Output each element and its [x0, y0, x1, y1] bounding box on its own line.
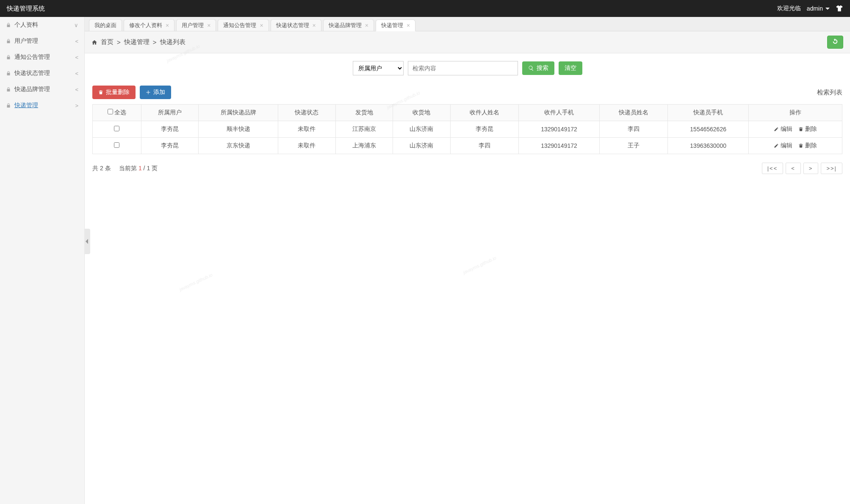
- tab-bar: 我的桌面修改个人资料×用户管理×通知公告管理×快递状态管理×快递品牌管理×快递管…: [85, 17, 850, 31]
- tab-1[interactable]: 修改个人资料×: [124, 19, 174, 31]
- search-button[interactable]: 搜索: [522, 61, 554, 75]
- bulk-delete-button[interactable]: 批量删除: [92, 86, 136, 99]
- chevron-down-icon: [825, 8, 830, 12]
- sidebar-item-1[interactable]: 用户管理<: [0, 33, 84, 49]
- sidebar: 个人资料∨用户管理<通知公告管理<快递状态管理<快递品牌管理<快递管理>: [0, 17, 85, 504]
- sidebar-item-2[interactable]: 通知公告管理<: [0, 49, 84, 65]
- tab-close-icon[interactable]: ×: [207, 22, 210, 29]
- tab-6[interactable]: 快递管理×: [376, 19, 415, 31]
- check-all[interactable]: [108, 109, 113, 114]
- tab-close-icon[interactable]: ×: [260, 22, 263, 29]
- pager: |<< < > >>|: [762, 163, 842, 174]
- search-bar: 所属用户 搜索 清空: [92, 61, 842, 75]
- crumb-home[interactable]: 首页: [101, 38, 114, 46]
- tab-close-icon[interactable]: ×: [166, 22, 169, 29]
- sidebar-item-5[interactable]: 快递管理>: [0, 97, 84, 114]
- table-row: 李夯昆京东快递未取件上海浦东山东济南李四13290149172王子1396363…: [93, 138, 842, 154]
- tab-close-icon[interactable]: ×: [407, 22, 410, 29]
- theme-icon[interactable]: [836, 5, 843, 12]
- edit-link[interactable]: 编辑: [774, 142, 792, 150]
- search-input[interactable]: [408, 61, 518, 75]
- tab-3[interactable]: 通知公告管理×: [218, 19, 269, 31]
- data-table: 全选所属用户所属快递品牌快递状态发货地收货地收件人姓名收件人手机快递员姓名快递员…: [92, 104, 842, 154]
- app-title: 快递管理系统: [7, 5, 45, 13]
- list-title: 检索列表: [817, 89, 842, 97]
- page-first-button[interactable]: |<<: [762, 163, 784, 174]
- row-check[interactable]: [114, 142, 119, 148]
- crumb-section[interactable]: 快递管理: [124, 38, 150, 46]
- sidebar-item-4[interactable]: 快递品牌管理<: [0, 81, 84, 97]
- plus-icon: [146, 90, 151, 95]
- clear-button[interactable]: 清空: [559, 61, 582, 75]
- trash-icon: [98, 90, 103, 95]
- owner-select[interactable]: 所属用户: [353, 61, 404, 75]
- tab-close-icon[interactable]: ×: [313, 22, 316, 29]
- breadcrumb: 首页 > 快递管理 > 快递列表: [91, 38, 186, 46]
- top-header: 快递管理系统 欢迎光临 admin: [0, 0, 850, 17]
- edit-link[interactable]: 编辑: [774, 125, 792, 133]
- toolbar: 批量删除 添加 检索列表: [92, 86, 842, 99]
- pager-info: 共 2 条 当前第 1 / 1 页: [92, 165, 158, 172]
- page-next-button[interactable]: >: [803, 163, 819, 174]
- tab-0[interactable]: 我的桌面: [89, 19, 122, 31]
- page-prev-button[interactable]: <: [786, 163, 801, 174]
- refresh-icon: [832, 38, 839, 45]
- sidebar-item-0[interactable]: 个人资料∨: [0, 17, 84, 33]
- tab-5[interactable]: 快递品牌管理×: [323, 19, 374, 31]
- search-icon: [528, 65, 534, 71]
- home-icon: [91, 39, 97, 45]
- tab-close-icon[interactable]: ×: [365, 22, 368, 29]
- delete-link[interactable]: 删除: [798, 142, 817, 150]
- sidebar-item-3[interactable]: 快递状态管理<: [0, 65, 84, 81]
- welcome-text: 欢迎光临: [777, 5, 801, 12]
- add-button[interactable]: 添加: [140, 86, 171, 99]
- sidebar-collapse-handle[interactable]: [84, 229, 90, 254]
- page-last-button[interactable]: >>|: [821, 163, 842, 174]
- delete-link[interactable]: 删除: [798, 125, 817, 133]
- table-row: 李夯昆顺丰快递未取件江苏南京山东济南李夯昆13290149172李四155465…: [93, 121, 842, 138]
- user-menu[interactable]: admin: [807, 5, 830, 12]
- refresh-button[interactable]: [827, 36, 843, 49]
- tab-2[interactable]: 用户管理×: [176, 19, 216, 31]
- crumb-page: 快递列表: [160, 38, 186, 46]
- username: admin: [807, 5, 823, 12]
- row-check[interactable]: [114, 126, 119, 131]
- tab-4[interactable]: 快递状态管理×: [271, 19, 321, 31]
- breadcrumb-bar: 首页 > 快递管理 > 快递列表: [85, 31, 850, 53]
